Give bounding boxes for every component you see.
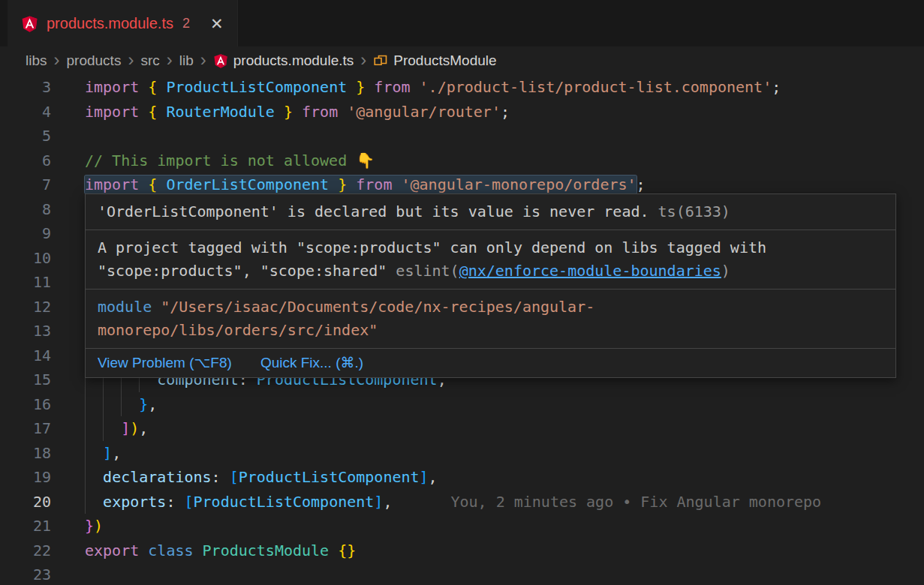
code-token: :	[212, 468, 230, 486]
line-number: 11	[0, 270, 51, 295]
breadcrumb: libs › products › src › lib › products.m…	[0, 46, 924, 75]
code-line-6[interactable]: 6// This import is not allowed 👇	[0, 148, 924, 173]
code-line-17[interactable]: 17 ]),	[0, 416, 924, 441]
code-token: ]	[103, 444, 112, 462]
code-token: }	[284, 103, 293, 121]
line-number: 14	[0, 344, 51, 368]
hover-actions: View Problem (⌥F8) Quick Fix... (⌘.)	[86, 349, 895, 377]
line-number: 17	[0, 416, 51, 441]
class-symbol-icon	[373, 53, 388, 68]
tab-bar: products.module.ts 2 ✕	[0, 0, 924, 46]
code-token: {	[148, 176, 157, 194]
code-token	[347, 78, 356, 96]
code-text: declarations: [ProductListComponent],	[85, 465, 438, 490]
tab-products-module[interactable]: products.module.ts 2 ✕	[8, 0, 238, 46]
code-token: ProductListComponent	[239, 468, 420, 486]
code-line-5[interactable]: 5	[0, 124, 924, 148]
line-number: 6	[0, 148, 51, 173]
code-line-19[interactable]: 19 declarations: [ProductListComponent],	[0, 465, 924, 490]
code-token: }	[338, 176, 347, 194]
line-number: 19	[0, 465, 51, 490]
breadcrumb-item-src[interactable]: src	[140, 52, 159, 69]
chevron-right-icon: ›	[54, 51, 60, 71]
code-token: ,	[112, 444, 121, 462]
code-token: 👇	[356, 152, 375, 170]
code-token: }	[356, 78, 365, 96]
line-number: 3	[0, 75, 51, 100]
breadcrumb-item-filename[interactable]: products.module.ts	[233, 52, 354, 69]
code-token: ProductsModule	[203, 542, 330, 560]
chevron-right-icon: ›	[167, 51, 173, 71]
code-line-18[interactable]: 18 ],	[0, 441, 924, 466]
code-editor[interactable]: 3import { ProductListComponent } from '.…	[0, 75, 924, 585]
code-token: }	[85, 517, 94, 535]
code-line-16[interactable]: 16 },	[0, 392, 924, 417]
code-token	[347, 176, 356, 194]
code-token	[139, 78, 148, 96]
code-token: class	[148, 542, 193, 560]
code-token	[194, 542, 203, 560]
code-text: export class ProductsModule {}	[85, 538, 356, 563]
line-number: 22	[0, 538, 51, 563]
code-token	[329, 542, 338, 560]
code-token: {	[338, 542, 347, 560]
code-line-4[interactable]: 4import { RouterModule } from '@angular/…	[0, 100, 924, 124]
code-line-22[interactable]: 22export class ProductsModule {}	[0, 538, 924, 563]
breadcrumb-item-lib[interactable]: lib	[179, 52, 194, 69]
code-token: ]	[420, 468, 429, 486]
hover-module-info: module"/Users/isaac/Documents/code/nx-re…	[86, 290, 895, 349]
code-token: }	[347, 542, 356, 560]
code-token	[157, 78, 166, 96]
code-token: // This import is not allowed	[85, 152, 356, 170]
tab-problems-badge: 2	[182, 16, 190, 32]
code-token: OrderListComponent	[166, 176, 329, 194]
code-line-20[interactable]: 20 exports: [ProductListComponent],You, …	[0, 490, 924, 514]
breadcrumb-item-products[interactable]: products	[67, 52, 122, 69]
eslint-source-suffix: )	[721, 262, 730, 280]
quick-fix-action[interactable]: Quick Fix... (⌘.)	[260, 353, 363, 373]
line-number: 8	[0, 197, 51, 222]
code-token: }	[139, 395, 148, 413]
code-token	[85, 395, 139, 413]
code-token: ProductListComponent	[194, 493, 375, 511]
hover-popup: 'OrderListComponent' is declared but its…	[85, 194, 896, 378]
code-token: {	[148, 103, 157, 121]
code-token	[338, 103, 347, 121]
breadcrumb-item-symbol[interactable]: ProductsModule	[393, 52, 496, 69]
code-line-3[interactable]: 3import { ProductListComponent } from '.…	[0, 75, 924, 100]
code-token: {	[148, 78, 157, 96]
error-highlight-range[interactable]: import { OrderListComponent } from '@ang…	[85, 176, 637, 194]
code-token	[392, 176, 401, 194]
code-token: import	[85, 176, 139, 194]
code-token: )	[130, 419, 139, 437]
chevron-right-icon: ›	[200, 51, 206, 71]
code-token: RouterModule	[166, 103, 275, 121]
code-token: ,	[429, 468, 438, 486]
tab-close-icon[interactable]: ✕	[210, 16, 224, 32]
code-line-23[interactable]: 23	[0, 562, 924, 585]
code-line-21[interactable]: 21})	[0, 514, 924, 538]
code-token: import	[85, 78, 139, 96]
module-path-line2: monorepo/libs/orders/src/index"	[98, 321, 378, 339]
line-number: 13	[0, 319, 51, 344]
eslint-rule-link[interactable]: @nx/enforce-module-boundaries	[459, 262, 721, 280]
line-number: 5	[0, 124, 51, 148]
line-number: 18	[0, 441, 51, 466]
code-text: ]),	[85, 416, 148, 441]
ts-diagnostic-source: ts(6133)	[649, 202, 730, 220]
breadcrumb-item-libs[interactable]: libs	[26, 52, 47, 69]
code-token	[365, 78, 374, 96]
line-number: 12	[0, 295, 51, 320]
code-token: './product-list/product-list.component'	[420, 78, 772, 96]
code-token: exports	[103, 493, 166, 511]
view-problem-action[interactable]: View Problem (⌥F8)	[98, 353, 232, 373]
line-number: 15	[0, 368, 51, 392]
line-number: 21	[0, 514, 51, 538]
eslint-source-prefix: eslint(	[387, 262, 459, 280]
code-text: import { RouterModule } from '@angular/r…	[85, 100, 510, 124]
code-text: })	[85, 514, 103, 538]
code-token: ;	[772, 78, 781, 96]
code-token	[293, 103, 302, 121]
code-token: '@angular-monorepo/orders'	[402, 176, 637, 194]
code-token: from	[374, 78, 410, 96]
